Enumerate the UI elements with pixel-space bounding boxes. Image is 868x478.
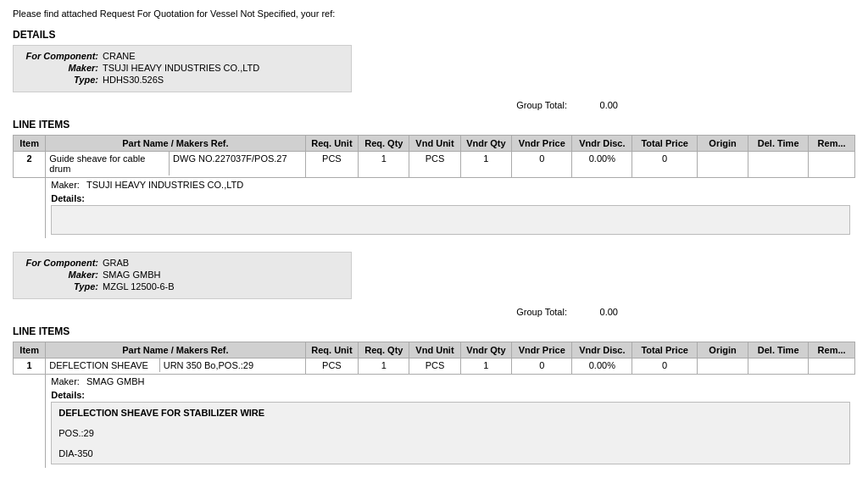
vnd-unit-val-2: PCS xyxy=(409,358,460,375)
group-total-row-2: Group Total: 0.00 xyxy=(13,307,855,317)
vndr-qty-val-2: 1 xyxy=(460,358,512,375)
col-vndr-qty-2: Vndr Qty xyxy=(460,342,512,358)
vndr-price-val-2: 0 xyxy=(512,358,572,375)
details-title-1: DETAILS xyxy=(13,29,855,41)
req-unit-val-2: PCS xyxy=(305,358,359,375)
col-vndr-disc-1: Vndr Disc. xyxy=(572,136,632,152)
total-price-val-2: 0 xyxy=(632,358,698,375)
col-req-unit-2: Req. Unit xyxy=(305,342,359,358)
vndr-disc-val-2: 0.00% xyxy=(572,358,632,375)
origin-val-1 xyxy=(697,152,748,178)
origin-val-2 xyxy=(697,358,748,375)
row-maker-value-2: SMAG GMBH xyxy=(86,376,144,386)
group-total-row-1: Group Total: 0.00 xyxy=(13,100,855,110)
table-row: 1 DEFLECTION SHEAVE URN 350 Bo,POS.:29 P… xyxy=(14,358,855,375)
details-line1-2: DEFLECTION SHEAVE FOR STABILIZER WIRE xyxy=(58,408,842,418)
col-part-1: Part Name / Makers Ref. xyxy=(46,136,305,152)
part-name-2: DEFLECTION SHEAVE xyxy=(46,358,159,372)
col-vnd-unit-1: Vnd Unit xyxy=(409,136,460,152)
details-section-2-wrapper: For Component: GRAB Maker: SMAG GMBH Typ… xyxy=(13,252,855,317)
details-line3-2: POS.:29 xyxy=(58,428,842,438)
makers-ref-2: URN 350 Bo,POS.:29 xyxy=(159,358,304,372)
col-item-1: Item xyxy=(14,136,46,152)
details-box-1: For Component: CRANE Maker: TSUJI HEAVY … xyxy=(13,45,352,92)
component-value-1: CRANE xyxy=(103,51,136,61)
details-label-2: Details: xyxy=(51,390,849,400)
vnd-unit-val-1: PCS xyxy=(409,152,460,178)
details-row-1: Details: xyxy=(14,192,855,238)
total-price-val-1: 0 xyxy=(632,152,698,178)
req-unit-val-1: PCS xyxy=(305,152,359,178)
component-label-1: For Component: xyxy=(22,51,98,61)
line-items-section-1: LINE ITEMS Item Part Name / Makers Ref. … xyxy=(13,119,855,238)
req-qty-val-2: 1 xyxy=(359,358,409,375)
remarks-val-2 xyxy=(809,358,855,375)
col-origin-2: Origin xyxy=(697,342,748,358)
line-items-title-1: LINE ITEMS xyxy=(13,119,855,131)
item-num-2: 1 xyxy=(14,358,46,375)
col-req-unit-1: Req. Unit xyxy=(305,136,359,152)
component-value-2: GRAB xyxy=(103,258,129,268)
maker-value-1: TSUJI HEAVY INDUSTRIES CO.,LTD xyxy=(103,63,259,73)
type-value-2: MZGL 12500-6-B xyxy=(103,281,175,292)
col-vndr-disc-2: Vndr Disc. xyxy=(572,342,632,358)
maker-label-2: Maker: xyxy=(22,270,98,280)
component-label-2: For Component: xyxy=(22,258,98,268)
col-vndr-price-2: Vndr Price xyxy=(512,342,572,358)
row-maker-label-2: Maker: xyxy=(51,376,80,386)
col-del-time-1: Del. Time xyxy=(748,136,809,152)
row-maker-value-1: TSUJI HEAVY INDUSTRIES CO.,LTD xyxy=(86,180,243,190)
req-qty-val-1: 1 xyxy=(359,152,409,178)
vndr-disc-val-1: 0.00% xyxy=(572,152,632,178)
group-total-value-1: 0.00 xyxy=(576,100,618,110)
details-line5-2: DIA-350 xyxy=(58,448,842,459)
makers-ref-1: DWG NO.227037F/POS.27 xyxy=(170,152,305,175)
maker-label-1: Maker: xyxy=(22,63,98,73)
row-maker-label-1: Maker: xyxy=(51,180,80,190)
details-label-1: Details: xyxy=(51,193,849,203)
vndr-price-val-1: 0 xyxy=(512,152,572,178)
del-time-val-1 xyxy=(748,152,809,178)
col-vnd-unit-2: Vnd Unit xyxy=(409,342,460,358)
remarks-val-1 xyxy=(809,152,855,178)
type-label-1: Type: xyxy=(22,75,98,85)
col-vndr-price-1: Vndr Price xyxy=(512,136,572,152)
col-vndr-qty-1: Vndr Qty xyxy=(460,136,512,152)
col-req-qty-2: Req. Qty xyxy=(359,342,409,358)
details-box-2: For Component: GRAB Maker: SMAG GMBH Typ… xyxy=(13,252,352,299)
item-num-1: 2 xyxy=(14,152,46,178)
details-line4-2 xyxy=(58,438,842,448)
group-total-value-2: 0.00 xyxy=(576,307,618,317)
type-label-2: Type: xyxy=(22,281,98,292)
maker-row-2: Maker: SMAG GMBH xyxy=(14,375,855,389)
vndr-qty-val-1: 1 xyxy=(460,152,512,178)
line-items-table-1: Item Part Name / Makers Ref. Req. Unit R… xyxy=(13,135,855,238)
details-content-1 xyxy=(51,205,849,235)
part-name-cell-1: Guide sheave for cable drum DWG NO.22703… xyxy=(46,152,305,178)
col-part-2: Part Name / Makers Ref. xyxy=(46,342,305,358)
col-remarks-2: Rem... xyxy=(809,342,855,358)
col-remarks-1: Rem... xyxy=(809,136,855,152)
col-total-price-2: Total Price xyxy=(632,342,698,358)
group-total-label-1: Group Total: xyxy=(516,100,567,110)
col-del-time-2: Del. Time xyxy=(748,342,809,358)
details-content-2: DEFLECTION SHEAVE FOR STABILIZER WIRE PO… xyxy=(51,402,849,464)
maker-row-1: Maker: TSUJI HEAVY INDUSTRIES CO.,LTD xyxy=(14,178,855,192)
group-total-label-2: Group Total: xyxy=(516,307,567,317)
del-time-val-2 xyxy=(748,358,809,375)
details-line2-2 xyxy=(58,418,842,428)
col-total-price-1: Total Price xyxy=(632,136,698,152)
line-items-table-2: Item Part Name / Makers Ref. Req. Unit R… xyxy=(13,342,855,468)
col-req-qty-1: Req. Qty xyxy=(359,136,409,152)
intro-text: Please find attached Request For Quotati… xyxy=(13,8,855,19)
col-origin-1: Origin xyxy=(697,136,748,152)
details-row-2: Details: DEFLECTION SHEAVE FOR STABILIZE… xyxy=(14,388,855,468)
table-row: 2 Guide sheave for cable drum DWG NO.227… xyxy=(14,152,855,178)
maker-value-2: SMAG GMBH xyxy=(103,270,160,280)
line-items-title-2: LINE ITEMS xyxy=(13,325,855,337)
part-name-cell-2: DEFLECTION SHEAVE URN 350 Bo,POS.:29 xyxy=(46,358,305,375)
col-item-2: Item xyxy=(14,342,46,358)
part-name-1: Guide sheave for cable drum xyxy=(46,152,169,175)
line-items-section-2: LINE ITEMS Item Part Name / Makers Ref. … xyxy=(13,325,855,468)
type-value-1: HDHS30.526S xyxy=(103,75,164,85)
